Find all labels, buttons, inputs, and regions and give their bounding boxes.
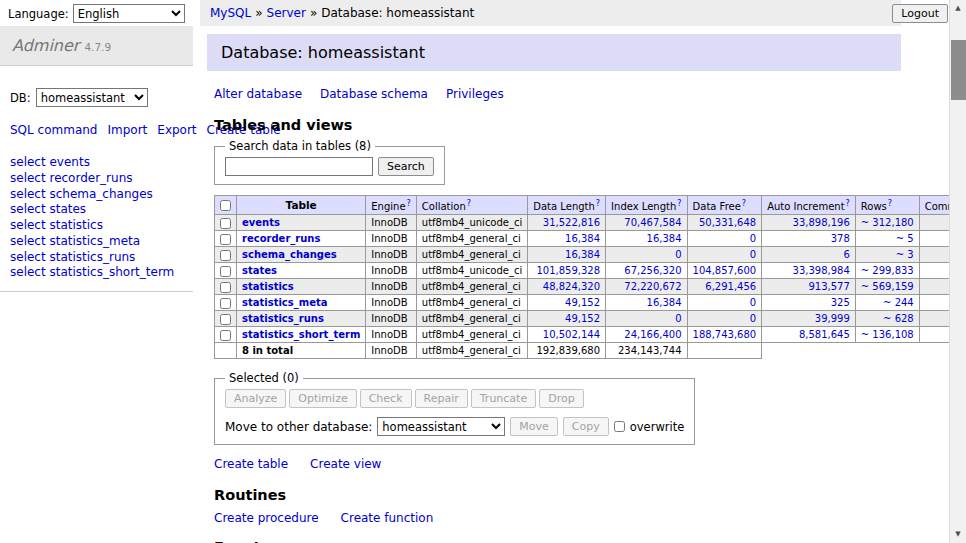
data-length-link[interactable]: 16,384 (565, 249, 600, 260)
index-length-link[interactable]: 67,256,320 (624, 265, 681, 276)
sidebar-select-events[interactable]: select events (10, 156, 183, 171)
rows-count-link[interactable]: ~ 3 (896, 249, 914, 260)
data-length-link[interactable]: 10,502,144 (543, 329, 600, 340)
data-free-link[interactable]: 50,331,648 (699, 217, 756, 228)
rows-count-link[interactable]: ~ 244 (883, 297, 914, 308)
column-help-icon[interactable]: ? (407, 199, 411, 208)
vertical-scrollbar[interactable]: ▲ ▼ (949, 0, 966, 543)
auto-increment-link[interactable]: 378 (831, 233, 850, 244)
data-length-link[interactable]: 48,824,320 (543, 281, 600, 292)
index-length-link[interactable]: 0 (675, 249, 681, 260)
row-checkbox[interactable] (220, 250, 231, 261)
create-table-link[interactable]: Create table (214, 457, 288, 471)
rows-count-link[interactable]: ~ 569,159 (861, 281, 914, 292)
auto-increment-link[interactable]: 325 (831, 297, 850, 308)
auto-increment-link[interactable]: 39,999 (815, 313, 850, 324)
sidebar-select-schema-changes[interactable]: select schema_changes (10, 188, 183, 203)
scrollbar-thumb[interactable] (951, 40, 966, 100)
data-length-link[interactable]: 16,384 (565, 233, 600, 244)
sidebar-link-import[interactable]: Import (107, 123, 147, 137)
auto-increment-link[interactable]: 8,581,645 (799, 329, 850, 340)
overwrite-checkbox[interactable] (614, 421, 625, 432)
analyze-button[interactable]: Analyze (225, 389, 286, 408)
row-checkbox[interactable] (220, 314, 231, 325)
sidebar-select-states[interactable]: select states (10, 203, 183, 218)
sidebar-link-sql-command[interactable]: SQL command (10, 123, 97, 137)
data-free-link[interactable]: 188,743,680 (693, 329, 757, 340)
table-name-link[interactable]: events (242, 217, 280, 228)
sidebar-select-statistics[interactable]: select statistics (10, 219, 183, 234)
index-length-link[interactable]: 0 (675, 313, 681, 324)
language-select[interactable]: English (73, 4, 185, 23)
database-schema-link[interactable]: Database schema (320, 87, 428, 101)
create-function-link[interactable]: Create function (341, 511, 434, 525)
table-name-link[interactable]: states (242, 265, 277, 276)
data-length-link[interactable]: 31,522,816 (543, 217, 600, 228)
truncate-button[interactable]: Truncate (471, 389, 536, 408)
row-checkbox[interactable] (220, 298, 231, 309)
auto-increment-link[interactable]: 6 (843, 249, 849, 260)
select-all-checkbox[interactable] (220, 200, 231, 211)
move-db-select[interactable]: homeassistant (377, 417, 505, 436)
column-help-icon[interactable]: ? (677, 199, 681, 208)
rows-count-link[interactable]: ~ 312,180 (861, 217, 914, 228)
table-name-link[interactable]: statistics_meta (242, 297, 327, 308)
index-length-link[interactable]: 72,220,672 (624, 281, 681, 292)
column-help-icon[interactable]: ? (596, 199, 600, 208)
data-free-link[interactable]: 0 (750, 297, 756, 308)
breadcrumb-link[interactable]: MySQL (210, 6, 251, 20)
data-free-link[interactable]: 104,857,600 (693, 265, 757, 276)
search-input[interactable] (225, 157, 373, 176)
rows-count-link[interactable]: ~ 136,108 (861, 329, 914, 340)
row-checkbox[interactable] (220, 234, 231, 245)
privileges-link[interactable]: Privileges (446, 87, 504, 101)
data-free-link[interactable]: 0 (750, 313, 756, 324)
rows-count-link[interactable]: ~ 5 (896, 233, 914, 244)
column-help-icon[interactable]: ? (888, 199, 892, 208)
table-name-link[interactable]: statistics_short_term (242, 329, 360, 340)
data-free-link[interactable]: 0 (750, 249, 756, 260)
move-button[interactable]: Move (510, 417, 558, 436)
breadcrumb-link[interactable]: Server (267, 6, 306, 20)
sidebar-select-recorder-runs[interactable]: select recorder_runs (10, 172, 183, 187)
repair-button[interactable]: Repair (415, 389, 468, 408)
rows-count-link[interactable]: ~ 628 (883, 313, 914, 324)
index-length-link[interactable]: 70,467,584 (624, 217, 681, 228)
optimize-button[interactable]: Optimize (289, 389, 356, 408)
search-button[interactable]: Search (378, 157, 434, 176)
scroll-up-icon[interactable]: ▲ (950, 0, 966, 17)
data-length-link[interactable]: 49,152 (565, 313, 600, 324)
row-checkbox[interactable] (220, 330, 231, 341)
table-name-link[interactable]: schema_changes (242, 249, 337, 260)
db-select[interactable]: homeassistant (36, 88, 148, 107)
table-name-link[interactable]: recorder_runs (242, 233, 320, 244)
data-free-link[interactable]: 6,291,456 (705, 281, 756, 292)
auto-increment-link[interactable]: 33,398,984 (793, 265, 850, 276)
row-checkbox[interactable] (220, 266, 231, 277)
row-checkbox[interactable] (220, 218, 231, 229)
data-free-link[interactable]: 0 (750, 233, 756, 244)
sidebar-link-export[interactable]: Export (157, 123, 196, 137)
data-length-link[interactable]: 49,152 (565, 297, 600, 308)
logout-button[interactable]: Logout (892, 4, 948, 23)
table-name-link[interactable]: statistics_runs (242, 313, 324, 324)
row-checkbox[interactable] (220, 282, 231, 293)
index-length-link[interactable]: 16,384 (647, 297, 682, 308)
check-button[interactable]: Check (360, 389, 412, 408)
column-help-icon[interactable]: ? (846, 199, 850, 208)
sidebar-select-statistics-meta[interactable]: select statistics_meta (10, 235, 183, 250)
table-name-link[interactable]: statistics (242, 281, 294, 292)
scroll-down-icon[interactable]: ▼ (950, 526, 966, 543)
create-procedure-link[interactable]: Create procedure (214, 511, 319, 525)
sidebar-select-statistics-runs[interactable]: select statistics_runs (10, 251, 183, 266)
create-view-link[interactable]: Create view (310, 457, 381, 471)
auto-increment-link[interactable]: 913,577 (808, 281, 849, 292)
auto-increment-link[interactable]: 33,898,196 (793, 217, 850, 228)
column-help-icon[interactable]: ? (742, 199, 746, 208)
index-length-link[interactable]: 16,384 (647, 233, 682, 244)
sidebar-select-statistics-short-term[interactable]: select statistics_short_term (10, 266, 183, 281)
rows-count-link[interactable]: ~ 299,833 (861, 265, 914, 276)
index-length-link[interactable]: 24,166,400 (624, 329, 681, 340)
drop-button[interactable]: Drop (539, 389, 583, 408)
column-help-icon[interactable]: ? (467, 199, 471, 208)
